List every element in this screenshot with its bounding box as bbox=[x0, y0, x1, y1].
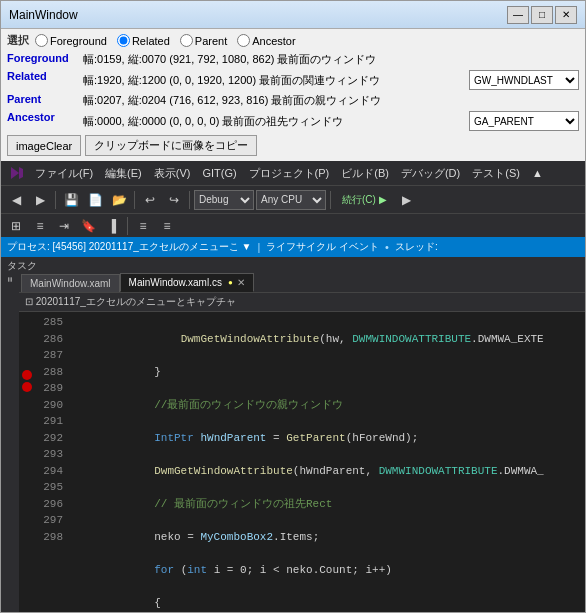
code-area[interactable]: 285 286 287 288 289 290 291 292 293 294 … bbox=[19, 312, 585, 612]
selection-row: 選択 Foreground Related Parent Ancestor bbox=[7, 33, 579, 48]
bp-292 bbox=[19, 430, 35, 448]
copy-image-button[interactable]: クリップボードに画像をコピー bbox=[85, 135, 257, 156]
bp-287 bbox=[19, 350, 35, 368]
tb2-align-btn[interactable]: ⇥ bbox=[53, 215, 75, 237]
line-numbers: 285 286 287 288 289 290 291 292 293 294 … bbox=[35, 312, 71, 612]
tab-xaml-cs[interactable]: MainWindow.xaml.cs ● ✕ bbox=[120, 273, 254, 292]
tb2-list-btn[interactable]: ≡ bbox=[29, 215, 51, 237]
selection-label: 選択 bbox=[7, 33, 29, 48]
tab-xaml-label: MainWindow.xaml bbox=[30, 278, 111, 289]
vs-menubar: ファイル(F) 編集(E) 表示(V) GIT(G) プロジェクト(P) ビルド… bbox=[1, 161, 585, 185]
bp-289 bbox=[22, 382, 32, 392]
code-content[interactable]: DwmGetWindowAttribute(hw, DWMWINDOWATTRI… bbox=[71, 312, 585, 612]
statusbar: プロセス: [45456] 20201117_エクセルのメニューこ ▼ | ライ… bbox=[1, 237, 585, 257]
code-line-293: { bbox=[75, 595, 581, 612]
main-window: MainWindow — □ ✕ 選択 Foreground Related bbox=[0, 0, 586, 613]
tb2-sep1 bbox=[127, 217, 128, 235]
toolbar-area: 選択 Foreground Related Parent Ancestor bbox=[1, 29, 585, 161]
code-line-287: //最前面のウィンドウの親ウィンドウ bbox=[75, 397, 581, 414]
task-label: タスク bbox=[7, 260, 37, 271]
bp-298 bbox=[19, 538, 35, 556]
code-line-289: DwmGetWindowAttribute(hWndParent, DWMWIN… bbox=[75, 463, 581, 480]
related-value-text: 幅:1920, 縦:1200 (0, 0, 1920, 1200) 最前面の関連… bbox=[83, 73, 465, 88]
parent-label: Parent bbox=[7, 92, 79, 109]
radio-foreground[interactable]: Foreground bbox=[35, 34, 107, 47]
radio-foreground-input[interactable] bbox=[35, 34, 48, 47]
radio-parent-input[interactable] bbox=[180, 34, 193, 47]
sidebar-label: ≡ bbox=[5, 277, 15, 282]
run-button[interactable]: 続行(C) ▶ bbox=[335, 189, 394, 211]
tb2-indent-btn[interactable]: ⊞ bbox=[5, 215, 27, 237]
tb2-extra-btn[interactable]: ≡ bbox=[132, 215, 154, 237]
debug-config-dropdown[interactable]: Debug bbox=[194, 190, 254, 210]
editor-container: MainWindow.xaml MainWindow.xaml.cs ● ✕ ⊡… bbox=[19, 273, 585, 612]
bp-295 bbox=[19, 484, 35, 502]
toolbar-sep1 bbox=[55, 191, 56, 209]
toolbar-sep4 bbox=[330, 191, 331, 209]
menu-more[interactable]: ▲ bbox=[526, 164, 549, 182]
process-status[interactable]: プロセス: [45456] 20201117_エクセルのメニューこ ▼ bbox=[7, 240, 251, 254]
related-dropdown[interactable]: GW_HWNDLAST bbox=[469, 70, 579, 90]
menu-edit[interactable]: 編集(E) bbox=[99, 163, 148, 184]
foreground-value: 幅:0159, 縦:0070 (921, 792, 1080, 862) 最前面… bbox=[83, 51, 579, 68]
tb2-bookmark-btn[interactable]: 🔖 bbox=[77, 215, 99, 237]
window-title: MainWindow bbox=[9, 8, 507, 22]
code-line-285: DwmGetWindowAttribute(hw, DWMWINDOWATTRI… bbox=[75, 331, 581, 348]
breakpoint-area bbox=[19, 312, 35, 612]
menu-build[interactable]: ビルド(B) bbox=[335, 163, 395, 184]
file-header: ⊡ 20201117_エクセルのメニューとキャプチャ bbox=[19, 293, 585, 312]
toolbar-forward-btn[interactable]: ▶ bbox=[29, 189, 51, 211]
tb2-mark-btn[interactable]: ▐ bbox=[101, 215, 123, 237]
tab-close-button[interactable]: ✕ bbox=[237, 277, 245, 288]
toolbar-back-btn[interactable]: ◀ bbox=[5, 189, 27, 211]
close-button[interactable]: ✕ bbox=[555, 6, 577, 24]
tb2-extra2-btn[interactable]: ≡ bbox=[156, 215, 178, 237]
tab-xaml[interactable]: MainWindow.xaml bbox=[21, 274, 120, 292]
code-line-292: for (int i = 0; i < neko.Count; i++) bbox=[75, 562, 581, 579]
bp-297 bbox=[19, 520, 35, 538]
ancestor-dropdown[interactable]: GA_PARENT bbox=[469, 111, 579, 131]
radio-parent[interactable]: Parent bbox=[180, 34, 227, 47]
minimize-button[interactable]: — bbox=[507, 6, 529, 24]
bp-294 bbox=[19, 466, 35, 484]
toolbar-open-btn[interactable]: 📂 bbox=[108, 189, 130, 211]
radio-parent-label: Parent bbox=[195, 35, 227, 47]
code-line-291: neko = MyComboBox2.Items; bbox=[75, 529, 581, 546]
image-clear-button[interactable]: imageClear bbox=[7, 135, 81, 156]
tab-header: MainWindow.xaml MainWindow.xaml.cs ● ✕ bbox=[19, 273, 585, 293]
menu-git[interactable]: GIT(G) bbox=[196, 164, 242, 182]
toolbar-right-btn[interactable]: ▶ bbox=[396, 189, 418, 211]
radio-foreground-label: Foreground bbox=[50, 35, 107, 47]
info-grid: Foreground 幅:0159, 縦:0070 (921, 792, 108… bbox=[7, 51, 579, 132]
tab-modified-indicator: ● bbox=[228, 278, 233, 287]
radio-ancestor-label: Ancestor bbox=[252, 35, 295, 47]
maximize-button[interactable]: □ bbox=[531, 6, 553, 24]
toolbar-undo-btn[interactable]: ↩ bbox=[139, 189, 161, 211]
toolbar-redo-btn[interactable]: ↪ bbox=[163, 189, 185, 211]
vs-toolbar2: ⊞ ≡ ⇥ 🔖 ▐ ≡ ≡ bbox=[1, 213, 585, 237]
foreground-label: Foreground bbox=[7, 51, 79, 68]
title-bar: MainWindow — □ ✕ bbox=[1, 1, 585, 29]
lifecycle-status: ライフサイクル イベント bbox=[266, 240, 379, 254]
menu-test[interactable]: テスト(S) bbox=[466, 163, 526, 184]
radio-ancestor[interactable]: Ancestor bbox=[237, 34, 295, 47]
radio-related-input[interactable] bbox=[117, 34, 130, 47]
vs-toolbar: ◀ ▶ 💾 📄 📂 ↩ ↪ Debug Any CPU 続行(C) ▶ ▶ bbox=[1, 185, 585, 213]
menu-debug[interactable]: デバッグ(D) bbox=[395, 163, 466, 184]
bp-291 bbox=[19, 412, 35, 430]
cpu-config-dropdown[interactable]: Any CPU bbox=[256, 190, 326, 210]
toolbar-save-btn[interactable]: 💾 bbox=[60, 189, 82, 211]
ancestor-value: 幅:0000, 縦:0000 (0, 0, 0, 0) 最前面の祖先ウィンドウ … bbox=[83, 110, 579, 132]
ancestor-value-text: 幅:0000, 縦:0000 (0, 0, 0, 0) 最前面の祖先ウィンドウ bbox=[83, 114, 465, 129]
parent-value-text: 幅:0207, 縦:0204 (716, 612, 923, 816) 最前面の… bbox=[83, 93, 579, 108]
menu-view[interactable]: 表示(V) bbox=[148, 163, 197, 184]
toolbar-new-btn[interactable]: 📄 bbox=[84, 189, 106, 211]
radio-related[interactable]: Related bbox=[117, 34, 170, 47]
menu-project[interactable]: プロジェクト(P) bbox=[243, 163, 336, 184]
code-line-290: // 最前面のウィンドウの祖先Rect bbox=[75, 496, 581, 513]
ancestor-label: Ancestor bbox=[7, 110, 79, 132]
file-header-text: ⊡ 20201117_エクセルのメニューとキャプチャ bbox=[25, 296, 236, 307]
menu-file[interactable]: ファイル(F) bbox=[29, 163, 99, 184]
parent-value: 幅:0207, 縦:0204 (716, 612, 923, 816) 最前面の… bbox=[83, 92, 579, 109]
radio-ancestor-input[interactable] bbox=[237, 34, 250, 47]
